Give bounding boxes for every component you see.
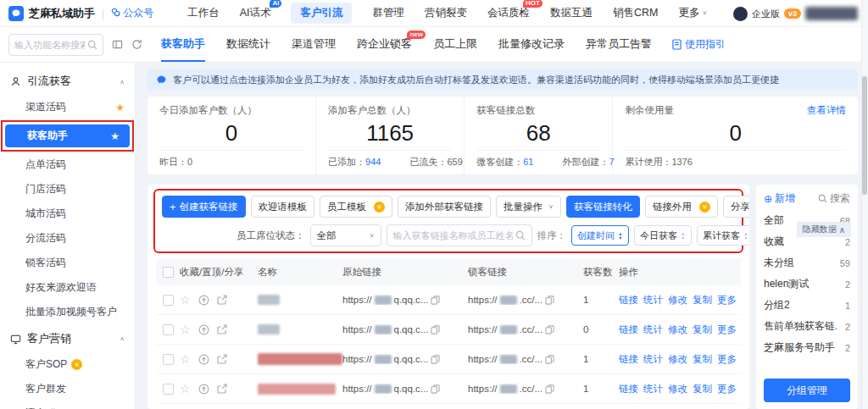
copy-icon[interactable] [545, 355, 554, 364]
sidebar-item-friend-source-welcome[interactable]: 好友来源欢迎语 [0, 275, 135, 300]
action-statistics[interactable]: 统计 [643, 353, 663, 366]
function-search[interactable] [8, 34, 103, 56]
sidebar-item-channel-code[interactable]: 渠道活码 ★ [0, 95, 135, 119]
copy-icon[interactable] [431, 325, 440, 334]
nav-item-customer-acquisition[interactable]: 客户引流 [291, 3, 352, 24]
batch-operation-button[interactable]: 批量操作∨ [496, 196, 561, 218]
link-search-input[interactable] [393, 230, 513, 240]
action-edit[interactable]: 修改 [668, 353, 687, 366]
action-statistics[interactable]: 统计 [643, 323, 663, 336]
share-icon[interactable] [217, 384, 227, 394]
action-more[interactable]: 更多 [717, 294, 737, 307]
share-icon[interactable] [217, 354, 227, 364]
scrollbar-thumb[interactable] [862, 76, 867, 195]
sidebar-section-acquisition[interactable]: 引流获客 ∧ [0, 67, 135, 95]
pin-top-icon[interactable] [198, 384, 209, 395]
function-search-input[interactable] [14, 40, 85, 50]
sort-by-total-acquired[interactable]: 累计获客 ▲▼ [697, 225, 749, 246]
sidebar-section-marketing[interactable]: 客户营销 ∧ [0, 324, 135, 352]
action-copy[interactable]: 复制 [693, 323, 712, 336]
action-link[interactable]: 链接 [619, 323, 638, 336]
favorite-star-icon[interactable]: ☆ [180, 383, 191, 395]
action-copy[interactable]: 复制 [693, 353, 712, 366]
action-link[interactable]: 链接 [619, 383, 638, 395]
group-item-presale[interactable]: 售前单独获客链...2 [764, 316, 850, 337]
share-metrics-button[interactable]: 分享指标 [723, 196, 749, 218]
tab-abnormal-staff-alert[interactable]: 异常员工告警 [586, 27, 652, 62]
copy-icon[interactable] [431, 384, 440, 394]
tab-acquisition-assistant[interactable]: 获客助手 [161, 27, 205, 62]
avatar[interactable] [733, 7, 748, 21]
sidebar-item-order-code[interactable]: 点单活码 [0, 152, 135, 177]
tab-channel-management[interactable]: 渠道管理 [292, 27, 336, 62]
tab-batch-modify-record[interactable]: 批量修改记录 [498, 27, 565, 62]
copy-icon[interactable] [545, 325, 554, 334]
nav-item-group-management[interactable]: 群管理 [372, 6, 404, 20]
welcome-template-button[interactable]: 欢迎语模板 [251, 196, 315, 218]
page-scrollbar[interactable] [861, 0, 868, 409]
group-item-group2[interactable]: 分组21 [764, 295, 850, 316]
select-all-checkbox[interactable] [163, 267, 174, 278]
share-icon[interactable] [217, 324, 227, 334]
tab-cross-company-lock[interactable]: 跨企业锁客new [357, 27, 412, 62]
staff-template-button[interactable]: 员工模板¥ [320, 196, 392, 218]
nav-item-chat-inspection[interactable]: 会话质检HOT [487, 6, 530, 20]
link-conversion-button[interactable]: 获客链接转化 [566, 196, 640, 218]
action-more[interactable]: 更多 [717, 323, 737, 336]
nav-item-workbench[interactable]: 工作台 [187, 6, 220, 20]
row-checkbox[interactable] [163, 324, 174, 335]
link-search[interactable] [387, 224, 532, 246]
action-copy[interactable]: 复制 [693, 294, 712, 307]
favorite-star-icon[interactable]: ☆ [180, 294, 191, 306]
nav-item-ai-script[interactable]: AI话术AI [240, 6, 271, 20]
pin-top-icon[interactable] [198, 354, 209, 365]
add-group-button[interactable]: ⊕ 新增 [764, 191, 795, 206]
nav-item-sales-crm[interactable]: 销售CRM [613, 6, 658, 20]
nav-item-more[interactable]: 更多∨ [678, 6, 707, 20]
group-item-service-assistant[interactable]: 芝麻服务号助手2 [764, 337, 850, 358]
refresh-icon[interactable] [131, 39, 142, 50]
sidebar-item-customer-mass-send[interactable]: 客户群发 [0, 377, 135, 401]
collapse-caret-icon[interactable]: ∧ [120, 78, 125, 84]
seat-filter-select[interactable]: 全部 ∨ [310, 224, 381, 246]
view-details-link[interactable]: 查看详情 [807, 104, 846, 117]
panel-toggle-icon[interactable] [112, 39, 123, 50]
sidebar-item-split-code[interactable]: 分流活码 [0, 226, 135, 251]
sidebar-item-batch-add-video-customers[interactable]: 批量添加视频号客户 [0, 300, 135, 324]
sort-by-today-acquired[interactable]: 今日获客 ▲▼ [634, 225, 692, 246]
add-external-link-button[interactable]: 添加外部获客链接 [398, 196, 491, 218]
group-item-helen-test[interactable]: helen测试2 [764, 274, 850, 295]
favorite-star-icon[interactable]: ☆ [180, 323, 191, 335]
link-external-use-button[interactable]: 链接外用¥ [645, 196, 718, 218]
stat-foot-value-link[interactable]: 61 [523, 157, 533, 167]
usage-guide-link[interactable]: 使用指引 [672, 37, 726, 52]
tab-data-statistics[interactable]: 数据统计 [226, 27, 270, 62]
share-icon[interactable] [217, 295, 227, 305]
action-edit[interactable]: 修改 [668, 383, 687, 395]
action-copy[interactable]: 复制 [693, 383, 712, 395]
stat-foot-value-link[interactable]: 944 [365, 157, 381, 167]
favorite-star-icon[interactable]: ★ [110, 130, 120, 142]
action-link[interactable]: 链接 [619, 353, 638, 366]
group-item-ungrouped[interactable]: 未分组59 [764, 252, 850, 274]
hide-data-toggle[interactable]: 隐藏数据 ∧ [797, 222, 851, 237]
tab-staff-limit[interactable]: 员工上限 [433, 27, 477, 62]
nav-item-data-connect[interactable]: 数据互通 [550, 6, 593, 20]
collapse-caret-icon[interactable]: ∧ [120, 335, 125, 341]
action-edit[interactable]: 修改 [668, 294, 687, 307]
sidebar-item-lock-code[interactable]: 锁客活码 [0, 251, 135, 275]
copy-icon[interactable] [545, 384, 554, 394]
copy-icon[interactable] [431, 355, 440, 364]
sidebar-item-customer-sop[interactable]: 客户SOP ¥ [0, 352, 135, 377]
sidebar-item-store-code[interactable]: 门店活码 [0, 177, 135, 202]
favorite-star-icon[interactable]: ★ [115, 102, 125, 113]
action-statistics[interactable]: 统计 [643, 383, 663, 395]
action-more[interactable]: 更多 [717, 383, 737, 395]
action-more[interactable]: 更多 [717, 353, 737, 366]
channel-switcher[interactable]: 公众号 [111, 6, 153, 20]
row-checkbox[interactable] [163, 295, 174, 306]
create-link-button[interactable]: +创建获客链接 [162, 196, 246, 218]
pin-top-icon[interactable] [198, 295, 209, 306]
action-link[interactable]: 链接 [619, 294, 638, 307]
sidebar-item-acquisition-assistant[interactable]: 获客助手 ★ [5, 124, 130, 147]
